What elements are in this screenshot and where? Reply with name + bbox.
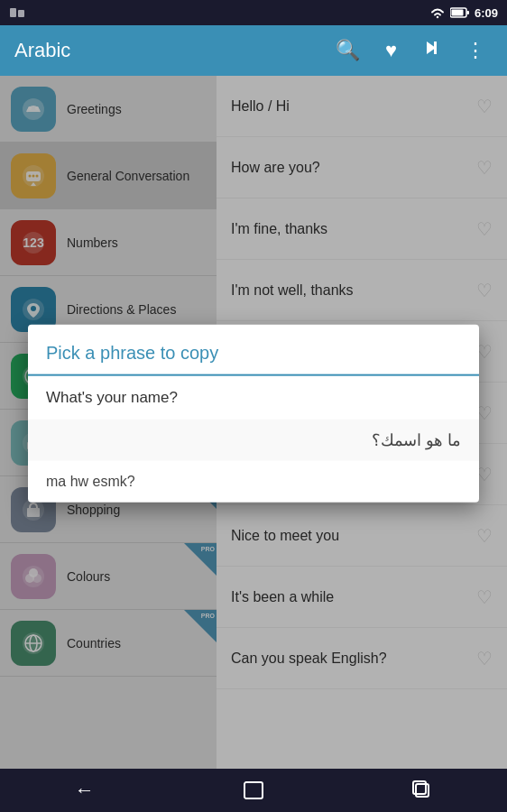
- dialog-transliteration-row[interactable]: ma hw esmk?: [28, 461, 479, 503]
- wifi-icon: [429, 6, 446, 19]
- status-bar: 6:09: [0, 0, 507, 25]
- menu-icon[interactable]: ⋮: [458, 35, 493, 66]
- app-header: Arabic 🔍 ♥ ⋮: [0, 25, 507, 76]
- home-icon: [243, 780, 264, 800]
- svg-rect-5: [434, 42, 437, 54]
- svg-rect-0: [10, 8, 16, 17]
- main-content: Greetings General Conversation 123: [0, 76, 507, 769]
- recents-icon: [412, 780, 432, 800]
- heart-icon[interactable]: ♥: [378, 35, 404, 66]
- battery-icon: [450, 7, 470, 18]
- search-icon[interactable]: 🔍: [328, 35, 367, 66]
- dialog-arabic-text: ما هو اسمك؟: [372, 431, 461, 449]
- notification-icon: [9, 7, 25, 18]
- back-button[interactable]: ←: [58, 772, 112, 808]
- dialog-arabic-row[interactable]: ما هو اسمك؟: [28, 420, 479, 461]
- app-title: Arabic: [14, 39, 318, 62]
- status-bar-right: 6:09: [429, 6, 498, 20]
- dialog-phrase-row[interactable]: What's your name?: [28, 376, 479, 420]
- dialog-title: Pick a phrase to copy: [28, 325, 479, 376]
- svg-rect-3: [451, 10, 463, 16]
- svg-rect-37: [244, 782, 263, 798]
- status-time: 6:09: [475, 6, 498, 20]
- svg-rect-4: [466, 11, 469, 14]
- dialog-transliteration-text: ma hw esmk?: [46, 474, 135, 489]
- status-bar-left: [9, 7, 25, 18]
- svg-rect-1: [18, 10, 24, 17]
- home-button[interactable]: [226, 772, 281, 808]
- dialog-phrase-text: What's your name?: [46, 389, 178, 406]
- bottom-nav: ←: [0, 769, 507, 812]
- play-icon[interactable]: [415, 35, 447, 66]
- recents-button[interactable]: [395, 772, 449, 808]
- copy-phrase-dialog: Pick a phrase to copy What's your name? …: [28, 325, 479, 503]
- back-icon: ←: [75, 779, 95, 802]
